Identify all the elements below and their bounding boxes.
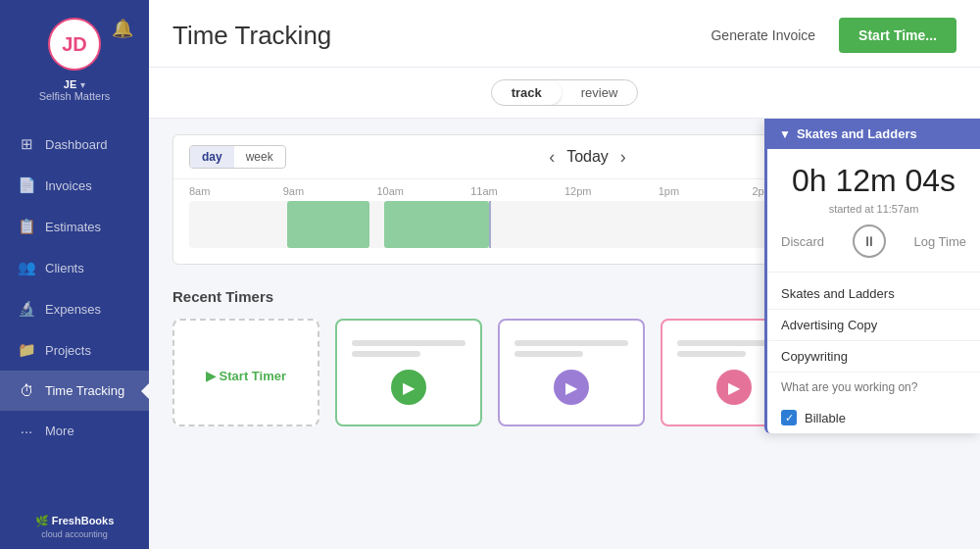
timer-line-short	[514, 351, 583, 357]
start-timer-button[interactable]: Start Time...	[839, 18, 956, 53]
user-info: JE ▾ Selfish Matters	[39, 78, 111, 102]
timer-panel: ▼ Skates and Ladders 0h 12m 04s started …	[764, 119, 980, 433]
sidebar-item-label: Clients	[45, 261, 84, 275]
timer-list-item-0[interactable]: Skates and Ladders	[767, 278, 980, 310]
dashboard-icon: ⊞	[18, 135, 35, 153]
more-icon: ···	[18, 423, 35, 439]
company-name: Selfish Matters	[39, 90, 111, 102]
day-week-toggle: day week	[189, 145, 286, 169]
timer-lines-green	[352, 340, 466, 362]
user-name: JE	[64, 78, 76, 90]
page-title: Time Tracking	[172, 21, 687, 51]
time-tracking-icon: ⏱	[18, 382, 35, 399]
day-button[interactable]: day	[190, 146, 234, 168]
sidebar-item-label: More	[45, 424, 74, 438]
sidebar-item-expenses[interactable]: 🔬 Expenses	[0, 288, 149, 329]
sidebar-item-time-tracking[interactable]: ⏱ Time Tracking	[0, 371, 149, 411]
start-timer-card[interactable]: ▶ Start Timer	[172, 319, 319, 426]
date-nav: ‹ Today ›	[545, 147, 630, 168]
sidebar-item-projects[interactable]: 📁 Projects	[0, 329, 149, 371]
timer-divider	[767, 272, 980, 273]
billable-label: Billable	[805, 411, 846, 425]
hour-8am: 8am	[189, 185, 283, 197]
sidebar: 🔔 JD JE ▾ Selfish Matters ⊞ Dashboard 📄 …	[0, 0, 149, 549]
estimates-icon: 📋	[18, 218, 35, 235]
hour-11am: 11am	[470, 185, 564, 197]
timer-list-item-2[interactable]: Copywriting	[767, 341, 980, 373]
projects-icon: 📁	[18, 341, 35, 359]
tabs-bar: track review	[149, 68, 980, 119]
sidebar-item-dashboard[interactable]: ⊞ Dashboard	[0, 124, 149, 165]
play-button-purple[interactable]: ▶	[554, 370, 589, 405]
timer-line-short	[352, 351, 420, 357]
generate-invoice-button[interactable]: Generate Invoice	[699, 20, 827, 51]
tab-track[interactable]: track	[492, 80, 562, 105]
timer-card-green[interactable]: ▶	[335, 319, 482, 426]
sidebar-item-more[interactable]: ··· More	[0, 411, 149, 451]
pause-button[interactable]: ⏸	[853, 225, 886, 258]
billable-checkbox[interactable]: ✓	[781, 410, 797, 425]
nav-items: ⊞ Dashboard 📄 Invoices 📋 Estimates 👥 Cli…	[0, 124, 149, 499]
play-button-green[interactable]: ▶	[391, 370, 426, 405]
billable-row: ✓ Billable	[767, 402, 980, 433]
sidebar-top: 🔔 JD JE ▾ Selfish Matters	[0, 0, 149, 112]
sidebar-item-clients[interactable]: 👥 Clients	[0, 247, 149, 288]
sidebar-item-label: Estimates	[45, 220, 101, 234]
sidebar-item-label: Dashboard	[45, 137, 108, 152]
freshbooks-logo: 🌿 FreshBooks cloud accounting	[35, 515, 115, 539]
timer-search-input[interactable]	[767, 373, 980, 402]
main-header: Time Tracking Generate Invoice Start Tim…	[149, 0, 980, 68]
hour-12pm: 12pm	[564, 185, 659, 197]
discard-button[interactable]: Discard	[781, 234, 824, 249]
sidebar-item-label: Projects	[45, 343, 91, 358]
timer-panel-header[interactable]: ▼ Skates and Ladders	[767, 119, 980, 149]
timer-line-short	[677, 351, 746, 357]
timer-line	[352, 340, 466, 346]
sidebar-item-estimates[interactable]: 📋 Estimates	[0, 206, 149, 247]
expenses-icon: 🔬	[18, 300, 35, 318]
hour-10am: 10am	[377, 185, 471, 197]
timeline-cursor	[489, 201, 491, 248]
tabs-container: track review	[491, 79, 639, 106]
timer-actions: Discard ⏸ Log Time	[767, 225, 980, 272]
time-block-2	[384, 201, 489, 248]
play-button-pink[interactable]: ▶	[716, 370, 752, 405]
timer-big-time: 0h 12m 04s	[767, 149, 980, 203]
timer-card-purple[interactable]: ▶	[498, 319, 645, 426]
chevron-down-icon[interactable]: ▾	[80, 79, 85, 90]
timer-lines-purple	[514, 340, 629, 362]
timer-line	[514, 340, 629, 346]
next-arrow[interactable]: ›	[616, 147, 630, 168]
start-timer-text: ▶ Start Timer	[206, 369, 286, 383]
sidebar-item-label: Expenses	[45, 302, 101, 317]
sidebar-item-label: Time Tracking	[45, 383, 124, 398]
timer-started: started at 11:57am	[767, 203, 980, 215]
invoices-icon: 📄	[18, 176, 35, 194]
sidebar-item-invoices[interactable]: 📄 Invoices	[0, 165, 149, 206]
hour-1pm: 1pm	[659, 185, 753, 197]
main-content: Time Tracking Generate Invoice Start Tim…	[149, 0, 980, 549]
timer-project-name: Skates and Ladders	[797, 126, 917, 141]
timer-list-item-1[interactable]: Advertising Copy	[767, 310, 980, 341]
clients-icon: 👥	[18, 259, 35, 276]
log-time-button[interactable]: Log Time	[914, 234, 966, 249]
time-block-1	[287, 201, 369, 248]
avatar: JD	[48, 18, 101, 71]
bell-icon[interactable]: 🔔	[112, 18, 133, 39]
content-area: day week ‹ Today › 2h 45m 8am 9am 10am 1…	[149, 119, 980, 549]
today-label: Today	[566, 148, 609, 166]
tab-review[interactable]: review	[562, 80, 638, 105]
hour-9am: 9am	[283, 185, 377, 197]
sidebar-item-label: Invoices	[45, 178, 92, 193]
prev-arrow[interactable]: ‹	[545, 147, 559, 168]
week-button[interactable]: week	[234, 146, 285, 168]
timer-chevron-icon: ▼	[779, 127, 791, 141]
sidebar-footer: 🌿 FreshBooks cloud accounting	[0, 499, 149, 549]
